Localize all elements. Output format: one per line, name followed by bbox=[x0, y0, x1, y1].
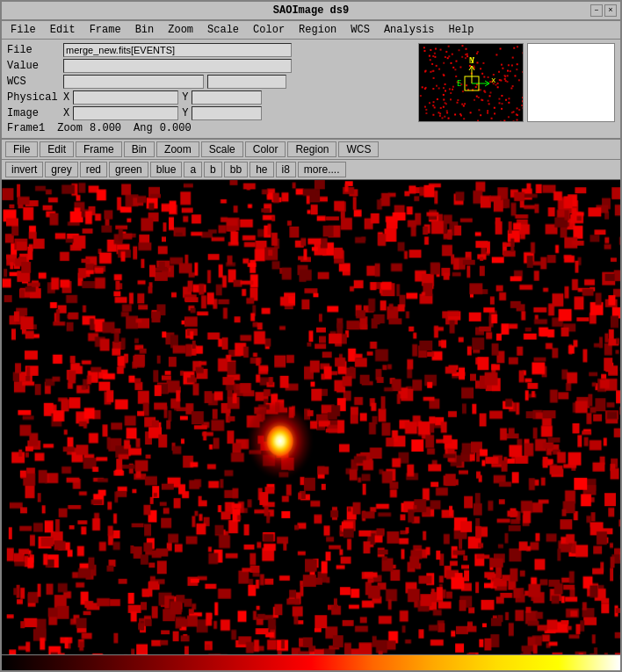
image-x-input[interactable] bbox=[73, 106, 178, 120]
main-window: FileEditFrameBinZoomScaleColorRegionWCSA… bbox=[0, 19, 622, 672]
color-btn-blue[interactable]: blue bbox=[150, 162, 183, 177]
title-bar-text: SAOImage ds9 bbox=[273, 4, 349, 17]
physical-y-input[interactable] bbox=[192, 90, 262, 105]
zoom-value: 8.000 bbox=[90, 122, 121, 134]
file-value-input[interactable] bbox=[63, 43, 292, 57]
color-bar: invertgreyredgreenblueabbbhei8more.... bbox=[2, 160, 620, 180]
info-panel: File Value WCS Physical X Y bbox=[2, 40, 620, 139]
menu-item-bin[interactable]: Bin bbox=[130, 23, 160, 37]
file-label: File bbox=[7, 44, 60, 56]
color-btn-green[interactable]: green bbox=[109, 162, 148, 177]
toolbar-btn-file[interactable]: File bbox=[5, 141, 38, 157]
color-btn-a[interactable]: a bbox=[184, 162, 202, 177]
ang-value: 0.000 bbox=[160, 122, 192, 134]
menu-item-help[interactable]: Help bbox=[444, 23, 480, 37]
close-button[interactable]: × bbox=[604, 4, 617, 17]
wcs-input1[interactable] bbox=[63, 75, 204, 89]
color-btn-i8[interactable]: i8 bbox=[276, 162, 296, 177]
color-btn-he[interactable]: he bbox=[250, 162, 273, 177]
physical-label: Physical bbox=[7, 91, 60, 104]
thumbnail-image bbox=[419, 44, 524, 122]
toolbar-btn-wcs[interactable]: WCS bbox=[338, 141, 379, 157]
image-x-label: X bbox=[63, 107, 69, 119]
color-btn-grey[interactable]: grey bbox=[45, 162, 77, 177]
image-area bbox=[2, 180, 620, 654]
color-btn-b[interactable]: b bbox=[204, 162, 222, 177]
value-label: Value bbox=[7, 60, 60, 72]
info-left: File Value WCS Physical X Y bbox=[7, 43, 413, 134]
color-btn-invert[interactable]: invert bbox=[5, 162, 43, 177]
image-row: Image X Y bbox=[7, 106, 413, 120]
zoom-label: Zoom bbox=[57, 122, 83, 134]
menu-item-color[interactable]: Color bbox=[248, 23, 290, 37]
image-y-input[interactable] bbox=[192, 106, 262, 120]
value-row: Value bbox=[7, 59, 413, 73]
ang-label: Ang bbox=[134, 122, 153, 134]
frame-info-row: Frame1 Zoom 8.000 Ang 0.000 bbox=[7, 122, 413, 134]
thumbnail-canvas bbox=[418, 43, 524, 122]
physical-x-label: X bbox=[63, 91, 69, 104]
title-bar: SAOImage ds9 – × bbox=[0, 0, 622, 19]
color-btn-more...[interactable]: more.... bbox=[298, 162, 346, 177]
menu-item-wcs[interactable]: WCS bbox=[345, 23, 375, 37]
toolbar-btn-bin[interactable]: Bin bbox=[124, 141, 155, 157]
physical-row: Physical X Y bbox=[7, 90, 413, 105]
wcs-row: WCS bbox=[7, 75, 413, 89]
color-btn-bb[interactable]: bb bbox=[224, 162, 248, 177]
value-input[interactable] bbox=[63, 59, 292, 73]
menu-item-zoom[interactable]: Zoom bbox=[163, 23, 199, 37]
toolbar-btn-edit[interactable]: Edit bbox=[40, 141, 74, 157]
color-scale-bar bbox=[2, 654, 620, 670]
menu-item-frame[interactable]: Frame bbox=[84, 23, 127, 37]
astronomical-image bbox=[2, 180, 620, 654]
toolbar-btn-region[interactable]: Region bbox=[287, 141, 336, 157]
minimize-button[interactable]: – bbox=[590, 4, 603, 17]
thumbnail-white-area bbox=[527, 43, 615, 122]
toolbar-btn-zoom[interactable]: Zoom bbox=[156, 141, 199, 157]
frame1-label: Frame1 bbox=[7, 122, 45, 134]
menu-item-file[interactable]: File bbox=[5, 23, 41, 37]
menu-item-analysis[interactable]: Analysis bbox=[379, 23, 440, 37]
menu-item-region[interactable]: Region bbox=[293, 23, 342, 37]
info-right bbox=[418, 43, 615, 134]
toolbar-btn-frame[interactable]: Frame bbox=[76, 141, 122, 157]
color-btn-red[interactable]: red bbox=[80, 162, 107, 177]
image-y-label: Y bbox=[182, 107, 188, 119]
menu-bar: FileEditFrameBinZoomScaleColorRegionWCSA… bbox=[2, 21, 620, 40]
toolbar-btn-scale[interactable]: Scale bbox=[201, 141, 243, 157]
physical-y-label: Y bbox=[182, 91, 188, 104]
image-label: Image bbox=[7, 107, 60, 119]
toolbar-btn-color[interactable]: Color bbox=[245, 141, 286, 157]
wcs-input2[interactable] bbox=[207, 75, 286, 89]
menu-item-scale[interactable]: Scale bbox=[202, 23, 244, 37]
wcs-label: WCS bbox=[7, 76, 60, 88]
file-row: File bbox=[7, 43, 413, 57]
physical-x-input[interactable] bbox=[73, 90, 178, 105]
toolbar: FileEditFrameBinZoomScaleColorRegionWCS bbox=[2, 139, 620, 160]
menu-item-edit[interactable]: Edit bbox=[45, 23, 81, 37]
